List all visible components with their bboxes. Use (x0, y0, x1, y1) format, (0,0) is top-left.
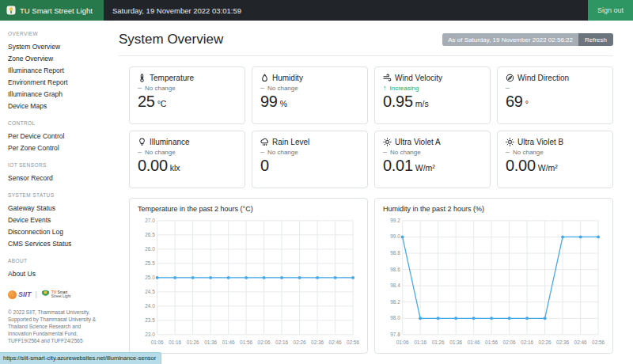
stat-card-wind-velocity: Wind Velocity↑Increasing0.95m/s (374, 66, 491, 124)
svg-text:02:46: 02:46 (329, 339, 342, 345)
stat-label: Wind Velocity (395, 74, 442, 82)
stat-number: 0.01 (383, 157, 413, 174)
sidebar-item-per-zone-control[interactable]: Per Zone Control (8, 142, 103, 154)
sidebar-section-header-control: CONTROL (8, 120, 103, 126)
svg-text:02:26: 02:26 (539, 339, 552, 345)
siit-logo-mark-icon (8, 290, 17, 299)
stat-card-ultra-violet-b: Ultra Violet B–No change0.00W/m² (497, 131, 613, 188)
stat-number: 69 (506, 93, 523, 110)
temperature-chart-card: Temperature in the past 2 hours (°C)27.0… (129, 198, 368, 354)
refresh-button[interactable]: Refresh (578, 33, 613, 46)
tu-logo-mark-icon (41, 287, 50, 301)
stats-grid: Temperature–No change25°CHumidity–No cha… (129, 66, 613, 188)
sidebar-item-system-overview[interactable]: System Overview (8, 40, 103, 52)
humidity-chart-canvas[interactable]: 99.299.098.898.698.498.298.097.801:0601:… (383, 216, 605, 347)
sign-out-button[interactable]: Sign out (588, 0, 633, 21)
sidebar-section-header-system-status: SYSTEM STATUS (8, 192, 103, 198)
droplet-icon (260, 74, 269, 82)
logo-divider: | (36, 290, 37, 298)
svg-text:98.6: 98.6 (390, 267, 400, 272)
svg-text:98.8: 98.8 (390, 250, 400, 256)
svg-text:25.5: 25.5 (145, 260, 155, 266)
stat-card-temperature: Temperature–No change25°C (129, 66, 245, 124)
stat-card-rain-level: Rain Level–No change0 (252, 131, 368, 188)
tu-smart-street-light-logo[interactable]: TU Smart Street Light (41, 287, 71, 301)
sidebar-item-per-device-control[interactable]: Per Device Control (8, 130, 103, 142)
stat-number: 0.00 (506, 157, 536, 174)
svg-text:01:16: 01:16 (169, 339, 181, 345)
sidebar-item-illuminance-report[interactable]: Illuminance Report (8, 64, 103, 76)
temperature-chart-canvas[interactable]: 27.026.526.025.525.024.524.023.523.001:0… (138, 216, 359, 347)
stat-change: ↑Increasing (383, 84, 482, 92)
svg-text:23.0: 23.0 (145, 332, 155, 337)
stat-unit: m/s (415, 99, 429, 108)
brand-link[interactable]: TU Smart Street Light (0, 0, 104, 21)
sidebar-section-header-overview: OVERVIEW (8, 31, 103, 36)
navbar-datetime: Saturday, 19 November 2022 03:01:59 (104, 0, 588, 21)
sidebar-item-zone-overview[interactable]: Zone Overview (8, 52, 103, 64)
stat-change: –No change (260, 148, 359, 156)
humidity-chart-title: Humidity in the past 2 hours (%) (383, 205, 605, 213)
stat-label: Ultra Violet B (517, 138, 563, 146)
svg-text:02:06: 02:06 (503, 339, 516, 345)
trend-flat-icon: – (506, 84, 510, 92)
svg-text:02:16: 02:16 (275, 339, 288, 345)
stat-number: 25 (138, 93, 155, 110)
svg-text:01:56: 01:56 (485, 339, 498, 345)
trend-flat-icon: – (383, 148, 387, 156)
siit-logo[interactable]: SIIT (8, 290, 32, 299)
stat-change-text: No change (145, 85, 176, 92)
sidebar-section-header-about: ABOUT (8, 258, 103, 264)
sidebar-item-environment-report[interactable]: Environment Report (8, 76, 103, 88)
svg-text:01:46: 01:46 (468, 339, 480, 345)
svg-text:02:56: 02:56 (347, 339, 359, 345)
siit-logo-text: SIIT (18, 290, 32, 298)
svg-text:02:16: 02:16 (521, 339, 533, 345)
stat-change-text: No change (145, 149, 176, 156)
stat-change-text: No change (390, 149, 421, 156)
sidebar-item-device-events[interactable]: Device Events (8, 214, 103, 226)
stat-unit: °C (157, 99, 167, 108)
svg-text:01:26: 01:26 (432, 339, 445, 345)
page-title: System Overview (119, 32, 223, 47)
sidebar-item-about-us[interactable]: About Us (8, 267, 103, 279)
trend-flat-icon: – (260, 148, 264, 156)
svg-text:23.5: 23.5 (145, 317, 155, 323)
stat-value: 0.00klx (138, 157, 237, 175)
svg-text:98.0: 98.0 (390, 315, 400, 320)
sun-icon (383, 138, 392, 146)
stat-number: 0.95 (383, 93, 413, 110)
rain-cloud-icon (260, 138, 269, 146)
svg-text:25.0: 25.0 (145, 275, 155, 280)
stat-change-text: No change (267, 149, 298, 156)
wind-icon (383, 74, 392, 82)
stat-value: 25°C (138, 93, 237, 111)
heading-divider (119, 55, 613, 56)
stat-value: 0.95m/s (383, 93, 482, 111)
svg-text:01:56: 01:56 (240, 339, 252, 345)
sidebar-item-illuminance-graph[interactable]: Illuminance Graph (8, 88, 103, 100)
svg-text:99.2: 99.2 (390, 218, 400, 223)
sidebar-item-disconnection-log[interactable]: Disconnection Log (8, 226, 103, 237)
svg-text:24.5: 24.5 (145, 289, 155, 294)
stat-card-illuminance: Illuminance–No change0.00klx (129, 131, 245, 188)
sidebar-item-sensor-record[interactable]: Sensor Record (8, 172, 103, 184)
sidebar-item-cms-services-status[interactable]: CMS Services Status (8, 237, 103, 249)
brand-title: TU Smart Street Light (20, 6, 93, 15)
svg-text:24.0: 24.0 (145, 303, 155, 309)
charts-grid: Temperature in the past 2 hours (°C)27.0… (129, 198, 613, 354)
sidebar-item-gateway-status[interactable]: Gateway Status (8, 202, 103, 214)
trend-flat-icon: – (138, 148, 142, 156)
stat-value: 69° (506, 93, 605, 111)
stat-label: Ultra Violet A (395, 138, 441, 146)
stat-number: 0.00 (138, 157, 168, 174)
svg-text:26.5: 26.5 (145, 232, 155, 237)
svg-text:98.4: 98.4 (390, 282, 400, 288)
trend-flat-icon: – (260, 84, 264, 92)
as-of-badge: As of Saturday, 19 November 2022 02:56:2… (442, 33, 578, 46)
stat-label: Humidity (272, 74, 303, 82)
stat-number: 99 (260, 93, 278, 110)
trend-up-icon: ↑ (383, 84, 387, 92)
sidebar-item-device-maps[interactable]: Device Maps (8, 100, 103, 112)
svg-text:99.0: 99.0 (390, 233, 400, 239)
